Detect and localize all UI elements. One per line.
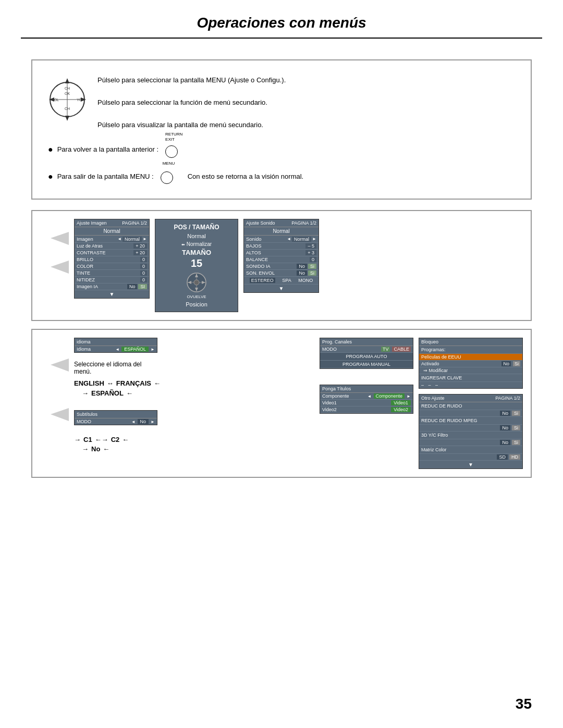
balance-row: BALANCE 0 xyxy=(244,256,319,263)
imagen-normal-top: Normal xyxy=(75,227,149,236)
menu-label-small: MENU xyxy=(163,161,175,166)
pos-tamaño-label: TAMAÑO xyxy=(160,249,234,256)
left-arrows-col xyxy=(40,219,69,279)
espanol-line: → ESPAÑOL ← xyxy=(82,389,314,397)
return-circle-icon xyxy=(165,145,178,158)
pos-normalizar: ⬅ Normalizar xyxy=(160,241,234,247)
ponga-titulos-panel: Ponga Títulos Componente ◄ Componente ► … xyxy=(320,385,413,414)
lang-select-text-1: Seleccione el idioma del xyxy=(74,361,314,368)
bajos-row: BAJOS – 5 xyxy=(244,243,319,250)
idioma-header: idioma xyxy=(75,338,157,346)
bloqueo-dashes: – – – xyxy=(419,382,522,388)
page-header: Operaciones con menús xyxy=(21,0,542,39)
page-wrapper: Operaciones con menús CH OK VOL YC CH xyxy=(0,0,563,728)
bloqueo-programas: Programas: xyxy=(419,346,522,354)
bullet2: ● xyxy=(48,172,53,181)
ajuste-imagen-panel: Ajuste Imagen PAGINA 1/2 Normal Imagen ◄… xyxy=(74,219,150,299)
pos-posicion: Posicion xyxy=(160,301,234,307)
section-main-menus: Ajuste Imagen PAGINA 1/2 Normal Imagen ◄… xyxy=(31,210,532,321)
otro-ajuste-panel: Otro Ajuste PAGINA 1/2 REDUC DE RUIDO No… xyxy=(419,394,523,469)
bottom-left-col: idioma Idioma ◄ ESPAÑOL ► Seleccione el … xyxy=(74,338,314,469)
prog-auto-btn: PROGRAMA AUTO xyxy=(320,353,413,361)
page-title: Operaciones con menús xyxy=(21,15,542,31)
color-row: COLOR 0 xyxy=(75,263,149,270)
section-bottom-menus: idioma Idioma ◄ ESPAÑOL ► Seleccione el … xyxy=(31,329,532,478)
ajuste-sonido-panel: Ajuste Sonido PAGINA 1/2 Normal Sonido ◄… xyxy=(243,219,319,293)
son-envol-row: SON. ENVOL No Si xyxy=(244,270,319,277)
menus-top-row: Ajuste Imagen PAGINA 1/2 Normal Imagen ◄… xyxy=(40,219,523,312)
lang-arrow-diagram: ENGLISH ↔ FRANÇAIS ← xyxy=(74,379,314,387)
matriz-sdHd: SD HD xyxy=(419,454,522,461)
filtro-3d-label: 3D Y/C Filtro xyxy=(419,431,522,439)
bottom-right-col: Bloqueo Programas: Películas de EEUU Act… xyxy=(419,338,523,469)
return-exit-icon: RETURN EXIT xyxy=(165,139,178,159)
para-salir: ● Para salir de la pantalla MENU : MENU … xyxy=(48,167,515,186)
imagen-downarrow: ▼ xyxy=(75,290,149,298)
bloqueo-peliculas: Películas de EEUU xyxy=(419,354,522,361)
ponga-video2-row: Video2 Video2 xyxy=(320,406,413,413)
luz-row: Luz de Atras + 20 xyxy=(75,243,149,250)
estereo-row: ESTEREO SPA MONO xyxy=(244,277,319,285)
svg-marker-9 xyxy=(65,116,69,121)
prog-manual-btn: PROGRAMA MANUAL xyxy=(320,361,413,368)
c1c2-diagram: → C1 ←→ C2 ← → No ← xyxy=(74,436,314,453)
svg-point-17 xyxy=(194,280,199,285)
sonido-row: Sonido ◄ Normal ► xyxy=(244,236,319,243)
svg-marker-12 xyxy=(51,232,69,245)
page-number: 35 xyxy=(516,696,532,712)
svg-marker-22 xyxy=(51,359,69,372)
pos-joystick xyxy=(160,272,234,293)
bloqueo-ingresar-clave: INGRESAR CLAVE xyxy=(419,374,522,382)
right-arrow-espanol: → xyxy=(82,389,89,397)
svg-marker-13 xyxy=(51,261,69,274)
filtro-3d-noSi: No Si xyxy=(419,439,522,446)
subtitulos-modo-row: MODO ◄ No ► xyxy=(75,418,157,425)
sonido-ia-row: SONIDO IA No Si xyxy=(244,263,319,270)
bloqueo-modificar: ⇒ Modificar xyxy=(419,367,522,374)
svg-marker-11 xyxy=(81,97,86,102)
para2-suffix: Con esto se retorna a la visión normal. xyxy=(188,172,304,180)
button-descriptions-list: Púlselo para seleccionar la pantalla MEN… xyxy=(97,73,515,129)
prog-canales-panel: Prog. Canales MODO TV CABLE PROGRAMA AUT… xyxy=(320,338,413,369)
prog-modo-row: MODO TV CABLE xyxy=(320,346,413,353)
subtitulos-header: Subtítulos xyxy=(75,411,157,418)
return-label: RETURN xyxy=(165,132,182,137)
reduc-ruido-noSi: No Si xyxy=(419,410,522,417)
bloqueo-activado-row: Activado No Si xyxy=(419,361,522,367)
imagen-panel-header: Ajuste Imagen PAGINA 1/2 xyxy=(75,219,149,227)
imagen-row: Imagen ◄ Normal ► xyxy=(75,236,149,243)
c2-label: C2 xyxy=(111,436,120,443)
otro-header: Otro Ajuste PAGINA 1/2 xyxy=(419,394,522,402)
right-arrow-no: → xyxy=(82,445,89,453)
pos-title: POS / TAMAÑO xyxy=(160,224,234,231)
no-label: No xyxy=(91,445,100,453)
english-label: ENGLISH xyxy=(74,379,104,387)
pos-tamaño-panel: POS / TAMAÑO Normal ⬅ Normalizar TAMAÑO … xyxy=(155,219,238,312)
menu-circle-icon xyxy=(161,171,173,184)
bloqueo-header: Bloqueo xyxy=(419,338,522,346)
bullet1: ● xyxy=(48,145,53,154)
svg-marker-8 xyxy=(65,78,69,83)
main-content: CH OK VOL YC CH xyxy=(0,39,563,496)
sonido-panel-header: Ajuste Sonido PAGINA 1/2 xyxy=(244,219,319,227)
left-arrow-icon: ← xyxy=(154,379,161,387)
para-volver: ● Para volver a la pantalla anterior : R… xyxy=(48,139,515,159)
contraste-row: CONTRASTE + 20 xyxy=(75,250,149,256)
button-diagram-area: CH OK VOL YC CH xyxy=(48,73,515,129)
desc2: Púlselo para seleccionar la función de m… xyxy=(97,98,515,106)
espanol-label: ESPAÑOL xyxy=(91,389,124,397)
ponga-video1-row: Video1 Video1 xyxy=(320,400,413,406)
menu-icon-wrapper: MENU xyxy=(161,167,173,186)
francais-label: FRANÇAIS xyxy=(116,379,151,387)
lang-select-text-2: menú. xyxy=(74,368,314,375)
sonido-normal-top: Normal xyxy=(244,227,319,236)
lang-select-area: Seleccione el idioma del menú. ENGLISH ↔… xyxy=(74,358,314,400)
idioma-row: Idioma ◄ ESPAÑOL ► xyxy=(75,346,157,352)
otro-downarrow: ▼ xyxy=(419,461,522,468)
double-arrow-c1c2: ←→ xyxy=(95,436,108,443)
double-arrow-icon: ↔ xyxy=(107,379,114,387)
nitidez-row: NITIDEZ 0 xyxy=(75,277,149,283)
exit-label: EXIT xyxy=(165,137,175,142)
para1-text: Para volver a la pantalla anterior : xyxy=(57,145,158,153)
section-button-descriptions: CH OK VOL YC CH xyxy=(31,59,532,200)
